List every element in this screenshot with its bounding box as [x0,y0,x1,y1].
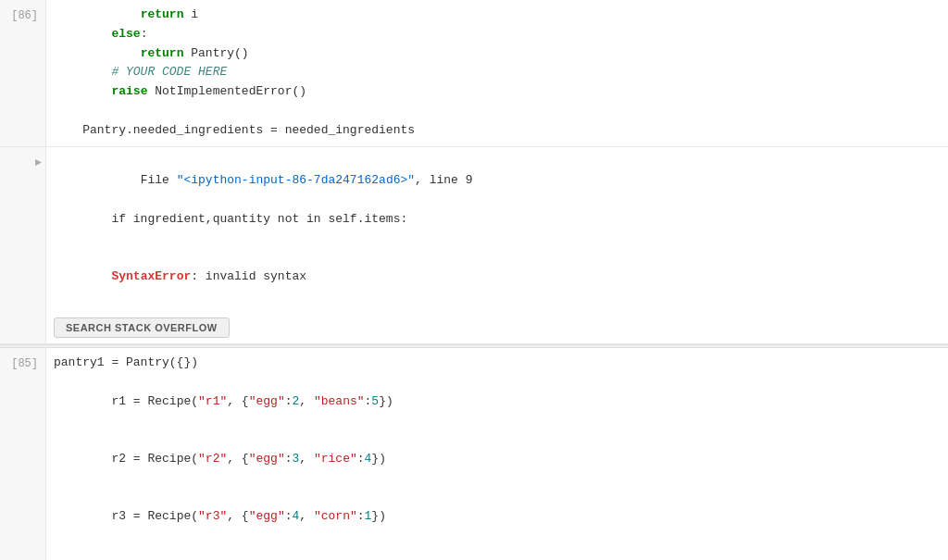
cell-number-86: [86] [0,0,46,146]
notebook: [86] return i else: return Pantry() # YO… [0,0,948,560]
code-line: pantry1 = Pantry({}) [54,354,941,373]
code-line: r4 = Recipe("r4", {"beans":5}) [54,546,941,560]
code-line: r2 = Recipe("r2", {"egg":3, "rice":4}) [54,430,941,488]
cell-85-content[interactable]: pantry1 = Pantry({}) r1 = Recipe("r1", {… [46,348,948,560]
cell-86-output-content: File "<ipython-input-86-7da247162ad6>", … [46,147,948,343]
error-source-line: if ingredient,quantity not in self.items… [54,210,941,230]
code-line: raise NotImplementedError() [54,82,941,102]
error-blank [54,230,941,249]
output-arrow: ► [0,147,46,343]
cell-86: [86] return i else: return Pantry() # YO… [0,0,948,147]
error-type-line: SyntaxError: invalid syntax [54,249,941,306]
code-line: r3 = Recipe("r3", {"egg":4, "corn":1}) [54,489,941,546]
cell-number-85: [85] [0,348,46,560]
cell-86-content[interactable]: return i else: return Pantry() # YOUR CO… [46,0,948,146]
code-line: # YOUR CODE HERE [54,63,941,82]
code-line: return Pantry() [54,44,941,64]
output-arrow-icon: ► [35,156,42,169]
code-line [54,102,941,121]
code-line: else: [54,25,941,44]
code-line: Pantry.needed_ingredients = needed_ingre… [54,121,941,141]
search-stackoverflow-button[interactable]: SEARCH STACK OVERFLOW [54,317,230,338]
so-button-container: SEARCH STACK OVERFLOW [54,312,941,338]
error-file-line: File "<ipython-input-86-7da247162ad6>", … [54,153,941,210]
code-line: r1 = Recipe("r1", {"egg":2, "beans":5}) [54,373,941,430]
cell-86-output: ► File "<ipython-input-86-7da247162ad6>"… [0,147,948,344]
cell-85: [85] pantry1 = Pantry({}) r1 = Recipe("r… [0,348,948,560]
code-line: return i [54,6,941,25]
